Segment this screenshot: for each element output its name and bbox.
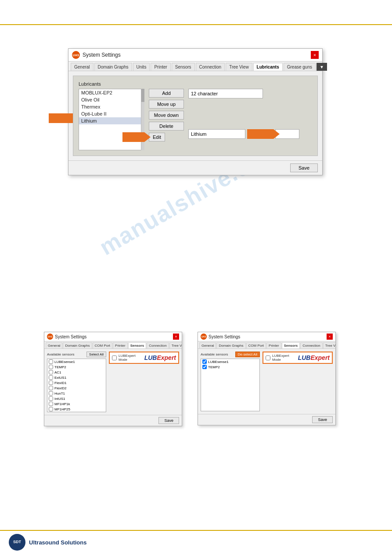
sensor-checkbox-intus1[interactable] (49, 396, 53, 401)
tab-printer[interactable]: Printer (151, 63, 170, 71)
small-tab-conn-1[interactable]: Connection (147, 342, 169, 348)
tab-units[interactable]: Units (133, 63, 150, 71)
small-tab-printer-2[interactable]: Printer (266, 342, 281, 348)
delete-button[interactable]: Delete (149, 122, 184, 131)
lubexpert-mode-checkbox-2[interactable] (266, 355, 270, 360)
small-tabs-2: General Domain Graphs COM Port Printer S… (198, 341, 335, 349)
sensor-checkbox-extus1[interactable] (49, 375, 53, 380)
move-up-button[interactable]: Move up (149, 100, 184, 109)
sensor-checkbox-lube1-d2[interactable] (202, 359, 207, 364)
sensor-checkbox-flexid1[interactable] (49, 381, 53, 385)
small-tab-general-1[interactable]: General (46, 342, 62, 348)
company-name: Ultrasound Solutions (29, 539, 86, 546)
lubexpert-mode-checkbox-1[interactable] (112, 355, 117, 360)
sensor-label-ac1: AC1 (54, 370, 61, 374)
sensor-item-hunt1: HunT1 (47, 391, 106, 396)
tab-grease-guns[interactable]: Grease guns (284, 63, 316, 71)
deselect-all-btn-2[interactable]: De-select All (235, 352, 260, 357)
tab-general[interactable]: General (71, 63, 94, 71)
select-all-btn-1[interactable]: Select All (86, 352, 106, 357)
tab-domain-graphs[interactable]: Domain Graphs (94, 63, 132, 71)
sensor-item-extus1: ExtUS1 (47, 375, 106, 380)
small-titlebar-2: UAS System Settings × (198, 332, 335, 341)
small-tab-dg-2[interactable]: Domain Graphs (216, 342, 245, 348)
sensor-item-temp2-d2: TEMP2 (201, 364, 259, 370)
tabs-dropdown-button[interactable]: ▼ (316, 63, 327, 71)
tab-sensors[interactable]: Sensors (172, 63, 195, 71)
close-button[interactable]: × (311, 51, 319, 59)
sdt-logo: SDT (9, 534, 25, 551)
dialog-titlebar: UAS System Settings × (68, 49, 322, 62)
sensor-checkbox-flexid2[interactable] (49, 386, 53, 390)
sensor-checkbox-temp2[interactable] (49, 365, 53, 369)
list-item-moblux[interactable]: MOBLUX-EP2 (79, 89, 144, 96)
small-tab-general-2[interactable]: General (199, 342, 216, 348)
sensors-layout-1: Available sensors Select All LUBEsense1 … (47, 352, 179, 412)
list-item-olive-oil[interactable]: Olive Oil (79, 96, 144, 103)
small-tab-dg-1[interactable]: Domain Graphs (63, 342, 92, 348)
sensor-label-hunt1: HunT1 (54, 392, 65, 395)
small-save-btn-1[interactable]: Save (158, 417, 179, 424)
lubexpert-mode-label-2: LUBExpert Mode (272, 354, 295, 362)
available-sensors-label-2: Available sensors (201, 352, 228, 356)
tab-connection[interactable]: Connection (196, 63, 225, 71)
small-footer-2: Save (198, 414, 335, 425)
sensors-left-1: Available sensors Select All LUBEsense1 … (47, 352, 106, 412)
small-tab-sensors-2[interactable]: Sensors (282, 342, 300, 348)
small-tab-tv-1[interactable]: Tree View (169, 342, 182, 348)
action-buttons-area: Add Move up Move down Delete Edit (149, 89, 184, 150)
small-tab-com-2[interactable]: COM Port (246, 342, 266, 348)
small-close-btn-1[interactable]: × (173, 334, 179, 340)
save-button[interactable]: Save (290, 163, 318, 172)
sensor-item-lube1-d2: LUBEsense1 (201, 359, 259, 364)
sensor-label-mf1hp25: MF1HP25 (54, 407, 70, 411)
small-save-btn-2[interactable]: Save (312, 416, 333, 423)
move-down-button[interactable]: Move down (149, 111, 184, 120)
list-item-opti-lube[interactable]: Opti-Lube II (79, 110, 144, 117)
edit-name-input[interactable] (188, 129, 245, 139)
small-tab-tv-2[interactable]: Tree View (323, 342, 335, 348)
sensor-label-temp2-d2: TEMP2 (208, 365, 220, 369)
list-item-thermex[interactable]: Thermex (79, 103, 144, 110)
sensor-checkbox-ac1[interactable] (49, 370, 53, 374)
small-tabs-1: General Domain Graphs COM Port Printer S… (44, 341, 182, 349)
add-button[interactable]: Add (149, 89, 184, 98)
edit-button[interactable]: Edit (149, 133, 165, 141)
sensors-left-2: Available sensors De-select All LUBEsens… (201, 352, 260, 411)
lubricants-row: MOBLUX-EP2 Olive Oil Thermex Opti-Lube I… (79, 89, 312, 150)
list-item-lithium[interactable]: Lithium (79, 117, 144, 124)
sensor-item-mf1hp25: MF1HP25 (47, 406, 106, 412)
small-titlebar-1: UAS System Settings × (44, 332, 182, 341)
edit-button-row: Edit (149, 133, 184, 141)
sensor-item-flexid2: FlexID2 (47, 385, 106, 391)
sensor-checkbox-mf1hp25[interactable] (49, 407, 53, 411)
small-body-2: Available sensors De-select All LUBEsens… (198, 349, 335, 414)
sensor-label-mf1hp1k: MF1HP1k (54, 402, 70, 406)
small-tab-sensors-1[interactable]: Sensors (128, 342, 147, 348)
sensors-header-1: Available sensors Select All (47, 352, 106, 357)
sensor-checkbox-lube1[interactable] (49, 359, 53, 364)
page-footer: SDT Ultrasound Solutions (9, 534, 86, 551)
sensor-checkbox-temp2-d2[interactable] (202, 365, 207, 369)
small-tab-com-1[interactable]: COM Port (93, 342, 113, 348)
system-settings-dialog-sensors-1: UAS System Settings × General Domain Gra… (44, 332, 182, 426)
sensor-item-flexid1: FlexID1 (47, 380, 106, 385)
system-settings-dialog-sensors-2: UAS System Settings × General Domain Gra… (198, 332, 336, 425)
sensor-checkbox-hunt1[interactable] (49, 391, 53, 395)
tab-lubricants[interactable]: Lubricants (253, 63, 283, 71)
sensor-label-temp2: TEMP2 (54, 365, 66, 369)
tab-tree-view[interactable]: Tree View (226, 63, 252, 71)
available-sensors-label-1: Available sensors (47, 352, 75, 356)
small-dialog-1: UAS System Settings × General Domain Gra… (44, 332, 182, 426)
small-tab-printer-1[interactable]: Printer (113, 342, 128, 348)
small-dialog-title-1: System Settings (55, 334, 86, 339)
small-tab-conn-2[interactable]: Connection (300, 342, 322, 348)
small-close-btn-2[interactable]: × (327, 334, 333, 340)
small-dialog-title-2: System Settings (209, 334, 240, 339)
small-title-left-2: UAS System Settings (201, 334, 240, 340)
tabs-bar: General Domain Graphs Units Printer Sens… (68, 62, 322, 71)
sdt-logo-text: SDT (13, 540, 21, 544)
add-name-input[interactable] (188, 89, 263, 98)
annotation-arrow-2 (122, 132, 144, 142)
sensor-checkbox-mf1hp1k[interactable] (49, 402, 53, 406)
